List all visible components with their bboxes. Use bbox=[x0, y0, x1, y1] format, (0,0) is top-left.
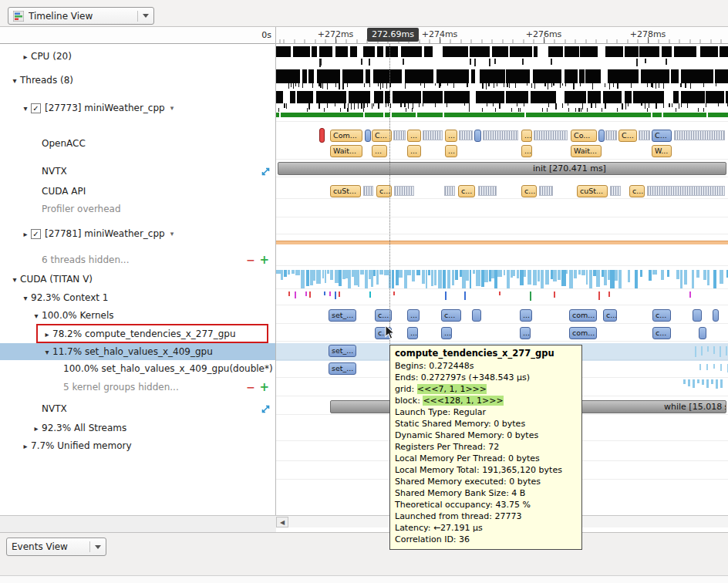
cpu-activity-bar bbox=[386, 46, 399, 57]
compute-tendencies-chip[interactable]: com... bbox=[569, 327, 597, 339]
tree-row-nvtx-cuda[interactable]: NVTX bbox=[0, 400, 275, 417]
expand-track-icon[interactable] bbox=[261, 404, 271, 414]
tree-row-profiler-overhead[interactable]: Profiler overhead bbox=[0, 201, 275, 217]
kernel-chip[interactable] bbox=[713, 309, 719, 322]
expand-arrow-icon[interactable]: ▸ bbox=[42, 330, 52, 339]
openacc-wait-chip[interactable]: ... bbox=[372, 145, 387, 157]
cpu-activity-tick bbox=[551, 59, 552, 65]
tree-row-thread-27781[interactable]: ▸✓[27781] miniWeather_cpp▾ bbox=[0, 225, 275, 242]
compute-tendencies-chip[interactable]: c... bbox=[652, 327, 671, 339]
tree-row-cuda-api[interactable]: CUDA API bbox=[0, 183, 275, 200]
time-ruler[interactable]: +272ms+274ms+276ms+278ms 272.69ms bbox=[276, 27, 728, 44]
show-row-plus-icon[interactable]: + bbox=[259, 254, 269, 266]
tree-row-kernels[interactable]: ▾100.0% Kernels bbox=[0, 307, 275, 324]
compute-tendencies-chip[interactable] bbox=[699, 327, 706, 339]
compute-tendencies-chip[interactable]: ... bbox=[441, 327, 452, 339]
chevron-down-icon[interactable] bbox=[95, 545, 101, 549]
collapse-arrow-icon[interactable]: ▾ bbox=[9, 76, 20, 85]
cuda-kernel-density-bar bbox=[484, 270, 487, 282]
kernel-chip[interactable]: com... bbox=[569, 309, 597, 322]
openacc-wait-chip[interactable]: ... bbox=[407, 145, 421, 157]
kernel-chip[interactable]: c... bbox=[603, 309, 617, 322]
cuda-kernel-density-bar bbox=[365, 270, 368, 288]
collapse-arrow-icon[interactable]: ▾ bbox=[9, 275, 20, 284]
kernel-chip[interactable] bbox=[472, 309, 481, 322]
collapse-arrow-icon[interactable]: ▾ bbox=[20, 294, 31, 302]
thread-27773-activity-tick bbox=[335, 103, 335, 106]
tree-row-set-halo-values-fn[interactable]: 100.0% set_halo_values_x_409_gpu(double*… bbox=[0, 360, 275, 377]
tree-row-threads[interactable]: ▾Threads (8) bbox=[0, 72, 275, 89]
cpu-activity-bar bbox=[674, 46, 696, 57]
show-row-plus-icon[interactable]: + bbox=[259, 382, 269, 393]
openacc-compute-chip[interactable]: ... bbox=[445, 130, 457, 142]
set-halo-fn-chip[interactable]: set_... bbox=[329, 362, 356, 375]
kernel-chip[interactable]: ... bbox=[520, 309, 532, 322]
openacc-wait-chip[interactable]: ... bbox=[445, 145, 457, 157]
collapse-arrow-icon[interactable]: ▾ bbox=[42, 348, 52, 356]
hide-row-minus-icon[interactable]: − bbox=[246, 382, 255, 393]
cuda-kernel-density-bar bbox=[438, 270, 442, 288]
kernel-chip[interactable]: set_... bbox=[329, 309, 356, 322]
tree-row-context-1[interactable]: ▾92.3% Context 1 bbox=[0, 289, 275, 306]
tree-row-label: NVTX bbox=[42, 166, 67, 177]
tree-row-kernel-groups-hidden[interactable]: 5 kernel groups hidden...−+ bbox=[0, 379, 275, 396]
tree-row-compute-tendencies[interactable]: ▸78.2% compute_tendencies_x_277_gpu bbox=[0, 325, 275, 342]
tree-row-unified-memory[interactable]: ▸7.7% Unified memory bbox=[0, 437, 275, 454]
events-view-dropdown[interactable]: Events View bbox=[6, 538, 106, 556]
openacc-compute-chip[interactable] bbox=[598, 130, 605, 142]
tree-row-all-streams[interactable]: ▸92.3% All Streams bbox=[0, 420, 275, 436]
row-options-caret-icon[interactable]: ▾ bbox=[170, 230, 174, 238]
collapse-arrow-icon[interactable]: ▾ bbox=[20, 104, 31, 113]
threads-activity-tick bbox=[339, 83, 340, 89]
openacc-compute-chip[interactable]: C... bbox=[652, 130, 672, 142]
set-halo-chip[interactable]: set_... bbox=[329, 345, 356, 357]
tree-row-nvtx-thread[interactable]: NVTX bbox=[0, 163, 275, 180]
cuda-api-chip[interactable]: c... bbox=[629, 185, 645, 197]
row-options-caret-icon[interactable]: ▾ bbox=[170, 104, 174, 112]
row-checkbox[interactable]: ✓ bbox=[31, 103, 41, 113]
tree-row-set-halo-values[interactable]: ▾11.7% set_halo_values_x_409_gpu bbox=[0, 343, 275, 360]
openacc-compute-chip[interactable]: C... bbox=[618, 130, 637, 142]
tree-row-thread-27773[interactable]: ▾✓[27773] miniWeather_cpp▾ bbox=[0, 99, 275, 116]
expand-track-icon[interactable] bbox=[261, 167, 271, 177]
kernel-chip[interactable]: ... bbox=[407, 309, 420, 322]
openacc-wait-chip[interactable]: Wait... bbox=[571, 145, 602, 157]
cuda-kernel-density-bar bbox=[586, 270, 588, 285]
expand-arrow-icon[interactable]: ▸ bbox=[20, 230, 31, 238]
openacc-compute-chip[interactable]: ... bbox=[521, 130, 532, 142]
hide-row-minus-icon[interactable]: − bbox=[246, 254, 255, 265]
compute-tendencies-chip[interactable]: ... bbox=[520, 327, 531, 339]
expand-arrow-icon[interactable]: ▸ bbox=[20, 442, 31, 450]
kernel-chip[interactable]: c... bbox=[652, 309, 671, 322]
tree-row-cuda-titan-v[interactable]: ▾CUDA (TITAN V) bbox=[0, 271, 275, 288]
chevron-down-icon[interactable] bbox=[143, 14, 149, 18]
marker-tick bbox=[363, 108, 364, 112]
cuda-api-chip[interactable]: cuSt... bbox=[330, 185, 361, 197]
openacc-compute-chip[interactable] bbox=[474, 130, 481, 142]
collapse-arrow-icon[interactable]: ▾ bbox=[31, 312, 42, 320]
cuda-api-chip[interactable]: c... bbox=[521, 185, 537, 197]
cuda-api-chip[interactable]: c... bbox=[458, 185, 475, 197]
openacc-wait-chip[interactable]: ... bbox=[521, 145, 532, 157]
openacc-wait-chip[interactable]: Wait... bbox=[330, 145, 362, 157]
timeline-view-dropdown[interactable]: Timeline View bbox=[8, 7, 154, 25]
openacc-wait-chip[interactable]: W... bbox=[652, 145, 672, 157]
tree-row-threads-hidden[interactable]: 6 threads hidden...−+ bbox=[0, 251, 275, 268]
compute-tendencies-chip[interactable]: ... bbox=[407, 327, 418, 339]
openacc-compute-chip[interactable] bbox=[365, 130, 371, 142]
expand-arrow-icon[interactable]: ▸ bbox=[20, 52, 31, 61]
tree-row-cpu[interactable]: ▸CPU (20) bbox=[0, 48, 275, 65]
nvtx-init-range[interactable]: init [270.471 ms] bbox=[278, 162, 726, 175]
thread-27773-activity-tick bbox=[351, 103, 352, 110]
kernel-chip[interactable]: c... bbox=[441, 309, 461, 322]
tree-row-openacc[interactable]: OpenACC bbox=[0, 135, 275, 152]
openacc-event-marker[interactable] bbox=[319, 128, 325, 143]
cuda-api-chip[interactable]: cuSt... bbox=[577, 185, 608, 197]
kernel-chip[interactable] bbox=[693, 309, 702, 322]
row-checkbox[interactable]: ✓ bbox=[31, 229, 41, 239]
scroll-left-arrow[interactable]: ◀ bbox=[276, 517, 288, 527]
openacc-compute-chip[interactable]: Com... bbox=[330, 130, 362, 142]
openacc-compute-chip[interactable]: Co... bbox=[571, 130, 597, 142]
expand-arrow-icon[interactable]: ▸ bbox=[31, 424, 42, 433]
openacc-compute-chip[interactable]: ... bbox=[407, 130, 421, 142]
